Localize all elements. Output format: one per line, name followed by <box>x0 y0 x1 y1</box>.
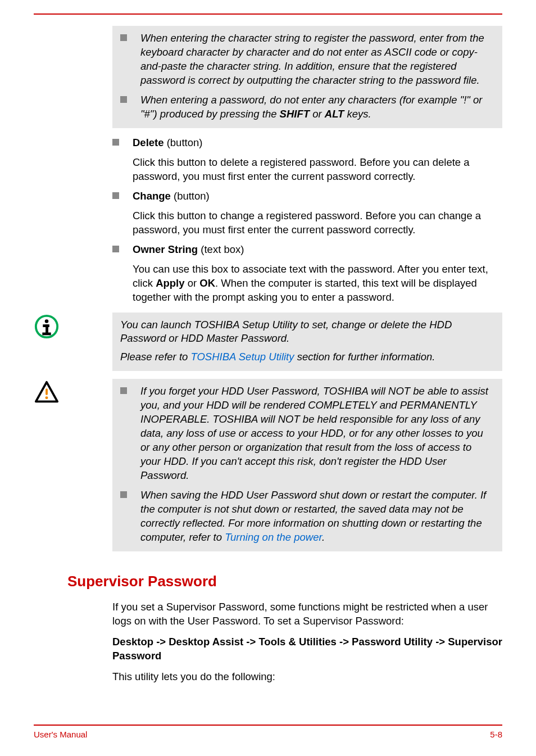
supervisor-p3: This utility lets you do the following: <box>112 670 502 684</box>
heading-supervisor-password: Supervisor Password <box>67 572 502 591</box>
button-name-ok: OK <box>199 277 215 289</box>
bullet-icon <box>112 139 119 146</box>
definition-owner-string: Owner String (text box) <box>133 243 502 257</box>
link-toshiba-setup-utility[interactable]: TOSHIBA Setup Utility <box>190 351 294 363</box>
bullet-icon <box>120 387 127 394</box>
warning-text-1: If you forget your HDD User Password, TO… <box>140 384 494 483</box>
text-fragment: or <box>310 108 325 120</box>
svg-rect-5 <box>46 389 48 396</box>
info-line-2: Please refer to TOSHIBA Setup Utility se… <box>120 350 494 364</box>
supervisor-path: Desktop -> Desktop Assist -> Tools & Uti… <box>112 635 502 663</box>
note-box-password-entry: When entering the character string to re… <box>112 26 502 128</box>
term-title: Owner String <box>133 243 198 255</box>
bullet-icon <box>120 34 127 41</box>
term-title: Change <box>133 190 171 202</box>
definition-delete-desc: Click this button to delete a registered… <box>133 156 502 184</box>
term-title: Delete <box>133 137 164 148</box>
term-type: (text box) <box>198 243 244 255</box>
warning-callout: If you forget your HDD User Password, TO… <box>34 379 502 551</box>
term-type: (button) <box>164 137 203 148</box>
text-fragment: keys. <box>344 108 371 120</box>
key-shift: SHIFT <box>280 108 310 120</box>
footer-left: User's Manual <box>34 729 87 740</box>
text-fragment: or <box>185 277 200 289</box>
button-name-apply: Apply <box>156 277 184 289</box>
info-callout: You can launch TOSHIBA Setup Utility to … <box>34 313 502 372</box>
page-footer: User's Manual 5-8 <box>34 725 502 740</box>
bullet-icon <box>120 491 127 498</box>
definition-change-desc: Click this button to change a registered… <box>133 209 502 237</box>
note-text-2: When entering a password, do not enter a… <box>140 93 494 121</box>
definition-change: Change (button) <box>133 189 502 203</box>
key-alt: ALT <box>325 108 344 120</box>
term-type: (button) <box>171 190 210 202</box>
info-line-1: You can launch TOSHIBA Setup Utility to … <box>120 318 494 346</box>
info-icon <box>34 314 60 339</box>
text-fragment: Please refer to <box>120 351 190 363</box>
warning-icon <box>34 380 60 406</box>
link-turning-on-power[interactable]: Turning on the power <box>225 531 322 543</box>
svg-point-1 <box>45 319 49 323</box>
supervisor-p1: If you set a Supervisor Password, some f… <box>112 600 502 628</box>
bullet-icon <box>112 192 119 199</box>
definition-list: Delete (button) Click this button to del… <box>112 136 502 305</box>
svg-point-6 <box>46 397 48 400</box>
text-fragment: section for further information. <box>294 351 435 363</box>
footer-right: 5-8 <box>490 729 502 740</box>
text-fragment: . <box>322 531 325 543</box>
svg-rect-4 <box>42 332 51 335</box>
bullet-icon <box>112 246 119 252</box>
definition-owner-desc: You can use this box to associate text w… <box>133 262 502 305</box>
bullet-icon <box>120 96 127 103</box>
note-text-1: When entering the character string to re… <box>140 31 494 88</box>
warning-text-2: When saving the HDD User Password shut d… <box>140 488 494 545</box>
definition-delete: Delete (button) <box>133 136 502 150</box>
